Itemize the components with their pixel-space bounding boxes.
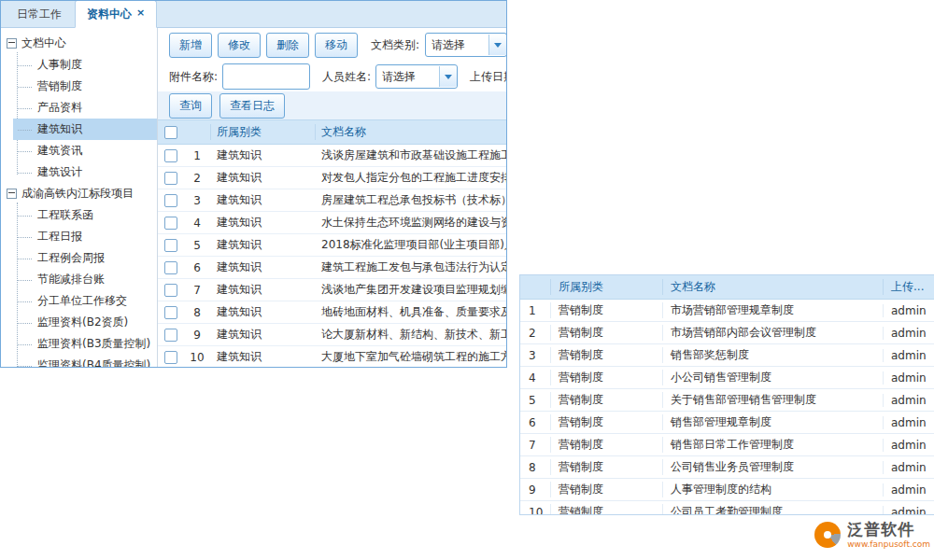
table-row[interactable]: 3营销制度销售部奖惩制度admin [520, 344, 934, 367]
row-checkbox[interactable] [164, 284, 177, 297]
tree-node-label: 文档中心 [21, 35, 66, 51]
table-row[interactable]: 8营销制度公司销售业务员管理制度admin [520, 456, 934, 479]
sidebar-item[interactable]: 建筑知识 [13, 119, 157, 140]
column-header-category: 所属别类 [210, 124, 315, 140]
doc-category-select[interactable]: 请选择 [425, 33, 506, 57]
attachment-label: 附件名称: [169, 69, 218, 85]
sidebar-item[interactable]: 工程日报 [13, 226, 157, 247]
filter-row-2: 附件名称: 人员姓名: 请选择 上传日期: [158, 62, 506, 91]
left-table-body: 1建筑知识浅谈房屋建筑和市政基础设施工程施工...2建筑知识对发包人指定分包的工… [158, 145, 506, 367]
tree-node[interactable]: 文档中心 [5, 33, 157, 54]
marketing-docs-table: 所属别类 文档名称 上传... 1营销制度市场营销部管理规章制度admin2营销… [519, 274, 934, 515]
table-row[interactable]: 2建筑知识对发包人指定分包的工程施工进度安排... [158, 167, 506, 189]
sidebar-item[interactable]: 人事制度 [13, 54, 157, 76]
modify-button[interactable]: 修改 [218, 33, 261, 58]
table-row[interactable]: 7建筑知识浅谈地产集团开发建设项目监理规划编... [158, 279, 506, 301]
brand-name: 泛普软件 [847, 521, 930, 539]
column-header-docname: 文档名称 [315, 124, 506, 140]
table-row[interactable]: 2营销制度市场营销部内部会议管理制度admin [520, 322, 934, 344]
tree-node[interactable]: 成渝高铁内江标段项目 [5, 183, 157, 204]
tree-node-label: 成渝高铁内江标段项目 [21, 186, 134, 202]
sidebar-item[interactable]: 工程联系函 [13, 204, 157, 226]
row-checkbox[interactable] [164, 172, 177, 185]
tab-data-center[interactable]: 资料中心× [75, 0, 157, 28]
table-row[interactable]: 6建筑知识建筑工程施工发包与承包违法行为认定... [158, 257, 506, 279]
sidebar-item[interactable]: 监理资料(B2资质) [13, 312, 157, 333]
person-label: 人员姓名: [322, 69, 371, 85]
collapse-icon[interactable] [7, 189, 17, 199]
query-button[interactable]: 查询 [169, 93, 212, 119]
row-checkbox[interactable] [164, 194, 177, 207]
sidebar-item[interactable]: 产品资料 [13, 97, 157, 119]
table-row[interactable]: 3建筑知识房屋建筑工程总承包投标书（技术标）... [158, 189, 506, 212]
tab-daily-work[interactable]: 日常工作 [6, 1, 73, 27]
table-row[interactable]: 9营销制度人事管理制度的结构admin [520, 479, 934, 501]
column-header-docname: 文档名称 [662, 279, 883, 295]
table-row[interactable]: 9建筑知识论大厦新材料、新结构、新技术、新工... [158, 324, 506, 346]
filter-row-3: 查询 查看日志 [158, 91, 506, 119]
select-value: 请选择 [382, 69, 416, 85]
table-row[interactable]: 4营销制度小公司销售管理制度admin [520, 367, 934, 389]
row-checkbox[interactable] [164, 329, 177, 342]
doc-category-label: 文档类别: [371, 37, 419, 53]
sidebar-item[interactable]: 监理资料(B4质量控制) [13, 355, 157, 367]
add-button[interactable]: 新增 [169, 33, 212, 58]
table-row[interactable]: 10建筑知识大厦地下室加气砼墙砌筑工程的施工方... [158, 346, 506, 367]
table-row[interactable]: 1建筑知识浅谈房屋建筑和市政基础设施工程施工... [158, 145, 506, 167]
table-row[interactable]: 4建筑知识水土保持生态环境监测网络的建设与资... [158, 212, 506, 234]
collapse-icon[interactable] [7, 38, 17, 49]
upload-date-label: 上传日期: [470, 69, 506, 85]
fanpu-logo-icon [814, 522, 841, 548]
move-button[interactable]: 移动 [315, 33, 358, 58]
logo-text: 泛普软件 www.fanpusoft.com [847, 521, 930, 549]
select-all-checkbox[interactable] [164, 126, 177, 139]
table-row[interactable]: 6营销制度销售部管理规章制度admin [520, 412, 934, 434]
row-checkbox[interactable] [164, 351, 177, 364]
table-row[interactable]: 8建筑知识地砖地面材料、机具准备、质量要求及... [158, 301, 506, 324]
brand-url: www.fanpusoft.com [847, 539, 930, 549]
column-header-uploader: 上传... [883, 279, 934, 295]
filter-row-1: 新增修改删除移动 文档类别: 请选择 文档名称: [158, 28, 506, 62]
tab-bar: 日常工作 资料中心× [1, 1, 506, 28]
delete-button[interactable]: 删除 [266, 33, 309, 58]
sidebar-item[interactable]: 节能减排台账 [13, 269, 157, 290]
right-table-body: 1营销制度市场营销部管理规章制度admin2营销制度市场营销部内部会议管理制度a… [520, 300, 934, 515]
sidebar-item[interactable]: 建筑设计 [13, 161, 157, 183]
person-select[interactable]: 请选择 [375, 64, 458, 89]
chevron-down-icon [439, 66, 457, 87]
row-checkbox[interactable] [164, 149, 177, 162]
document-center-window: 日常工作 资料中心× 文档中心人事制度营销制度产品资料建筑知识建筑资讯建筑设计成… [0, 0, 507, 368]
table-row[interactable]: 1营销制度市场营销部管理规章制度admin [520, 300, 934, 322]
brand-logo: 泛普软件 www.fanpusoft.com [814, 521, 930, 549]
sidebar-tree: 文档中心人事制度营销制度产品资料建筑知识建筑资讯建筑设计成渝高铁内江标段项目工程… [1, 28, 158, 367]
select-value: 请选择 [432, 37, 465, 53]
table-row[interactable]: 5营销制度关于销售部管理销售管理制度admin [520, 389, 934, 412]
sidebar-item[interactable]: 营销制度 [13, 76, 157, 97]
close-icon[interactable]: × [136, 7, 145, 19]
right-table-header: 所属别类 文档名称 上传... [520, 275, 934, 300]
row-checkbox[interactable] [164, 306, 177, 319]
table-row[interactable]: 7营销制度销售部日常工作管理制度admin [520, 434, 934, 456]
table-row[interactable]: 10营销制度公司员工考勤管理制度admin [520, 501, 934, 515]
table-row[interactable]: 5建筑知识2018标准化监理项目部(业主项目部)人员... [158, 234, 506, 257]
column-header-category: 所属别类 [550, 279, 662, 295]
toolbar-buttons: 新增修改删除移动 [169, 33, 358, 58]
row-checkbox[interactable] [164, 239, 177, 252]
sidebar-item[interactable]: 工程例会周报 [13, 247, 157, 269]
row-checkbox[interactable] [164, 217, 177, 230]
tab-label: 资料中心 [87, 7, 132, 21]
row-checkbox[interactable] [164, 261, 177, 274]
sidebar-item[interactable]: 监理资料(B3质量控制) [13, 333, 157, 355]
sidebar-item[interactable]: 建筑资讯 [13, 140, 157, 161]
view-log-button[interactable]: 查看日志 [219, 93, 285, 119]
left-table-header: 所属别类 文档名称 [158, 119, 506, 145]
sidebar-item[interactable]: 分工单位工作移交 [13, 290, 157, 312]
attachment-input[interactable] [222, 63, 310, 90]
chevron-down-icon [488, 35, 506, 55]
content-area: 新增修改删除移动 文档类别: 请选择 文档名称: 附件名称: 人员姓名: 请选择… [158, 28, 506, 367]
